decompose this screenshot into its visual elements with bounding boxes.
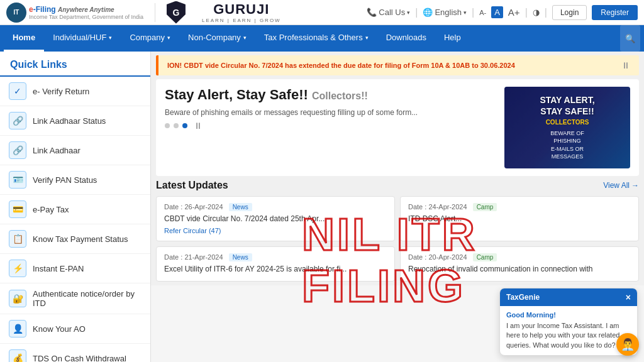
alert-pause-icon[interactable]: ⏸ bbox=[621, 60, 630, 70]
update-card-3[interactable]: Date : 21-Apr-2024 News Excel Utility of… bbox=[156, 246, 395, 282]
sidebar-item-know-tax-payment[interactable]: 📋 Know Tax Payment Status bbox=[0, 224, 150, 254]
update-badge-3: News bbox=[229, 253, 252, 261]
font-decrease-button[interactable]: A- bbox=[479, 9, 486, 16]
sidebar-item-know-ao[interactable]: 👤 Know Your AO bbox=[0, 314, 150, 344]
tds-cash-icon: 💰 bbox=[9, 349, 26, 362]
nav-individual-chevron: ▾ bbox=[109, 35, 112, 41]
sidebar-label-know-tax-payment: Know Tax Payment Status bbox=[33, 234, 128, 244]
instant-epan-icon: ⚡ bbox=[9, 260, 26, 277]
divider-5: | bbox=[545, 7, 547, 18]
nav-individual-label: Individual/HUF bbox=[53, 33, 106, 42]
update-link-1[interactable]: Refer Circular (47) bbox=[164, 227, 387, 234]
font-normal-button[interactable]: A bbox=[491, 6, 503, 18]
sidebar-item-epay-tax[interactable]: 💳 e-Pay Tax bbox=[0, 195, 150, 224]
slide-dots: ⏸ bbox=[165, 118, 496, 133]
view-all-arrow-icon: → bbox=[631, 181, 639, 190]
slide-dot-2[interactable] bbox=[174, 123, 179, 128]
taxgenie-header: TaxGenie × bbox=[500, 288, 637, 306]
hero-section: Stay Alert, Stay Safe!! Collectors!! Bew… bbox=[156, 79, 639, 176]
sidebar-item-link-aadhaar-status[interactable]: 🔗 Link Aadhaar Status bbox=[0, 106, 150, 136]
sidebar-item-tds-cash[interactable]: 💰 TDS On Cash Withdrawal bbox=[0, 344, 150, 362]
font-increase-button[interactable]: A+ bbox=[508, 7, 520, 18]
nav-taxprofessionals[interactable]: Tax Professionals & Others ▾ bbox=[255, 25, 377, 52]
main-layout: Quick Links ✓ e- Verify Return 🔗 Link Aa… bbox=[0, 52, 644, 362]
efiling-logo: IT e-Filing Anywhere Anytime Income Tax … bbox=[6, 3, 143, 23]
hero-image-warning: BEWARE OFPHISHINGE-MAILS ORMESSAGES bbox=[540, 129, 594, 161]
efiling-dept: Income Tax Department, Government of Ind… bbox=[29, 14, 143, 20]
update-date-text-1: Date : 26-Apr-2024 bbox=[164, 203, 223, 211]
update-card-2[interactable]: Date : 24-Apr-2024 Camp ITD DSC Alert... bbox=[400, 196, 639, 241]
nav-individual[interactable]: Individual/HUF ▾ bbox=[44, 25, 121, 52]
sidebar-item-verify-return[interactable]: ✓ e- Verify Return bbox=[0, 77, 150, 106]
nav-help-label: Help bbox=[444, 33, 461, 42]
content-wrapper: ION! CBDT vide Circular No. 7/2024 has e… bbox=[151, 52, 644, 362]
taxgenie-title: TaxGenie bbox=[506, 293, 540, 302]
guruji-logo-wrap: GURUJI LEARN | EARN | GROW bbox=[167, 1, 294, 24]
update-date-4: Date : 20-Apr-2024 Camp bbox=[408, 253, 631, 261]
top-bar-right: 📞 Call Us ▾ | 🌐 English ▾ | A- A A+ | ◑ … bbox=[367, 5, 638, 20]
efiling-text: e-Filing Anywhere Anytime Income Tax Dep… bbox=[29, 5, 143, 20]
guruji-shield-icon bbox=[167, 1, 186, 24]
nav-search-button[interactable]: 🔍 bbox=[620, 25, 640, 52]
taxgenie-avatar[interactable]: 👨‍💼 bbox=[616, 333, 639, 356]
update-card-1[interactable]: Date : 26-Apr-2024 News CBDT vide Circul… bbox=[156, 196, 395, 241]
phone-icon: 📞 bbox=[367, 8, 377, 17]
nav-help[interactable]: Help bbox=[435, 25, 470, 52]
sidebar-item-authenticate-notice[interactable]: 🔐 Authenticate notice/order by ITD bbox=[0, 283, 150, 314]
update-date-3: Date : 21-Apr-2024 News bbox=[164, 253, 387, 261]
sidebar-label-verify-pan: Verify PAN Status bbox=[33, 175, 97, 185]
call-chevron-icon: ▾ bbox=[407, 9, 410, 16]
guruji-name: GURUJI bbox=[213, 1, 269, 18]
divider-4: | bbox=[525, 7, 528, 18]
verify-return-icon: ✓ bbox=[9, 82, 26, 100]
nav-home-label: Home bbox=[13, 33, 35, 42]
update-date-text-3: Date : 21-Apr-2024 bbox=[164, 253, 223, 261]
guruji-tagline: LEARN | EARN | GROW bbox=[202, 18, 281, 23]
nav-taxprofessionals-chevron: ▾ bbox=[365, 35, 369, 41]
alert-highlight: ION! CBDT vide Circular No. 7/2024 has e… bbox=[167, 62, 515, 69]
sidebar-label-epay-tax: e-Pay Tax bbox=[33, 205, 69, 214]
link-aadhaar-status-icon: 🔗 bbox=[9, 112, 26, 129]
sidebar-label-link-aadhaar-status: Link Aadhaar Status bbox=[33, 116, 106, 126]
update-badge-4: Camp bbox=[473, 253, 497, 261]
top-bar-left: IT e-Filing Anywhere Anytime Income Tax … bbox=[6, 1, 294, 24]
language-button[interactable]: 🌐 English ▾ bbox=[423, 8, 467, 17]
nav-company-chevron: ▾ bbox=[167, 35, 170, 41]
divider-2: | bbox=[415, 7, 418, 18]
nav-noncompany[interactable]: Non-Company ▾ bbox=[179, 25, 255, 52]
efiling-emblem: IT bbox=[6, 3, 26, 23]
sidebar-item-link-aadhaar[interactable]: 🔗 Link Aadhaar bbox=[0, 136, 150, 165]
slide-dot-1[interactable] bbox=[165, 123, 170, 128]
link-aadhaar-icon: 🔗 bbox=[9, 141, 26, 159]
taxgenie-close-button[interactable]: × bbox=[626, 292, 631, 302]
view-all-button[interactable]: View All → bbox=[603, 181, 639, 190]
sidebar-item-instant-epan[interactable]: ⚡ Instant E-PAN bbox=[0, 254, 150, 283]
update-date-text-4: Date : 20-Apr-2024 bbox=[408, 253, 467, 261]
sidebar-label-instant-epan: Instant E-PAN bbox=[33, 264, 84, 273]
update-card-4[interactable]: Date : 20-Apr-2024 Camp Revocation of in… bbox=[400, 246, 639, 282]
sidebar-label-authenticate-notice: Authenticate notice/order by ITD bbox=[33, 289, 142, 308]
update-title-3: Excel Utility of ITR-6 for AY 2024-25 is… bbox=[164, 264, 387, 275]
nav-home[interactable]: Home bbox=[4, 25, 44, 52]
call-us-button[interactable]: 📞 Call Us ▾ bbox=[367, 8, 410, 17]
alert-banner: ION! CBDT vide Circular No. 7/2024 has e… bbox=[156, 55, 639, 75]
lang-chevron-icon: ▾ bbox=[464, 9, 467, 16]
taxgenie-greeting: Good Morning! bbox=[506, 311, 631, 319]
nav-downloads[interactable]: Downloads bbox=[377, 25, 435, 52]
nav-taxprofessionals-label: Tax Professionals & Others bbox=[264, 33, 363, 42]
sidebar-item-verify-pan[interactable]: 🪪 Verify PAN Status bbox=[0, 165, 150, 195]
login-button[interactable]: Login bbox=[552, 5, 587, 20]
verify-pan-icon: 🪪 bbox=[9, 171, 26, 189]
language-label: English bbox=[435, 8, 462, 17]
slide-dot-3[interactable] bbox=[182, 123, 187, 128]
view-all-label: View All bbox=[603, 181, 630, 190]
nav-company[interactable]: Company ▾ bbox=[121, 25, 179, 52]
slide-pause-button[interactable]: ⏸ bbox=[194, 121, 203, 131]
hero-image-title: STAY ALERT,STAY SAFE!! bbox=[540, 94, 594, 117]
register-button[interactable]: Register bbox=[592, 5, 638, 20]
sidebar-label-link-aadhaar: Link Aadhaar bbox=[33, 146, 80, 155]
divider-3: | bbox=[472, 7, 474, 18]
guruji-logo: GURUJI LEARN | EARN | GROW bbox=[202, 1, 281, 23]
updates-header: Latest Updates View All → bbox=[156, 180, 639, 191]
contrast-button[interactable]: ◑ bbox=[533, 8, 540, 17]
